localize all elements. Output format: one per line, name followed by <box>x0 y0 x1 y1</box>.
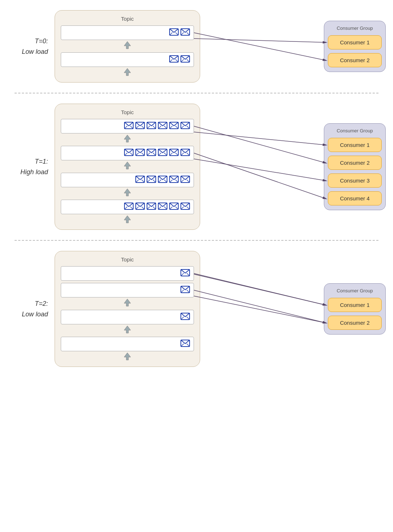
svg-line-2 <box>175 32 178 35</box>
email-icon <box>180 122 190 131</box>
section-label: T=1:High load <box>7 156 55 177</box>
svg-line-19 <box>124 126 127 129</box>
svg-line-20 <box>130 126 133 129</box>
svg-line-26 <box>153 126 156 129</box>
svg-line-89 <box>187 207 190 209</box>
svg-marker-90 <box>124 216 131 223</box>
svg-line-44 <box>147 153 150 156</box>
section-s3: T=2:Low loadTopic Consumer GroupConsumer… <box>0 241 393 377</box>
label-line1: T=0: <box>35 37 48 45</box>
svg-line-77 <box>142 207 144 209</box>
arrow-up-icon <box>123 161 131 171</box>
svg-line-61 <box>153 180 156 183</box>
svg-line-34 <box>181 126 184 129</box>
partition-0 <box>61 266 194 281</box>
svg-line-112 <box>187 344 190 347</box>
svg-line-45 <box>153 153 156 156</box>
partition-2 <box>61 310 194 324</box>
label-line2: Low load <box>22 311 48 318</box>
email-icon <box>180 149 190 157</box>
email-icon <box>147 176 156 184</box>
svg-line-108 <box>187 317 190 320</box>
partition-row-0 <box>61 119 194 145</box>
svg-line-25 <box>147 126 150 129</box>
svg-line-54 <box>187 153 190 156</box>
arrow-up-icon <box>123 215 131 225</box>
svg-line-85 <box>170 207 172 209</box>
svg-line-70 <box>187 180 190 183</box>
svg-line-58 <box>142 180 144 183</box>
partition-row-3 <box>61 337 194 363</box>
email-icon <box>147 122 156 131</box>
partition-row-1 <box>61 146 194 172</box>
svg-marker-36 <box>124 135 131 142</box>
svg-line-74 <box>130 207 133 209</box>
partition-1 <box>61 283 194 297</box>
consumer-box-0: Consumer 1 <box>328 35 382 49</box>
email-icon <box>169 149 179 157</box>
section-label: T=0:Low load <box>7 36 55 57</box>
svg-line-50 <box>170 153 172 156</box>
arrow-up-icon <box>123 41 131 51</box>
svg-line-29 <box>164 126 167 129</box>
email-icon <box>158 203 167 211</box>
svg-line-41 <box>136 153 139 156</box>
partition-0 <box>61 25 194 40</box>
consumer-group-label: Consumer Group <box>328 288 382 293</box>
label-line2: Low load <box>22 48 48 55</box>
svg-marker-105 <box>124 299 131 306</box>
email-icon <box>124 203 134 211</box>
svg-line-63 <box>158 180 161 183</box>
svg-line-53 <box>181 153 184 156</box>
email-icon <box>135 149 145 157</box>
partition-1 <box>61 52 194 67</box>
svg-line-64 <box>164 180 167 183</box>
arrow-up-icon <box>123 298 131 308</box>
partition-row-0 <box>61 266 194 282</box>
svg-line-5 <box>187 32 190 35</box>
consumer-group-box: Consumer GroupConsumer 1Consumer 2 <box>324 283 386 335</box>
consumer-group-box: Consumer GroupConsumer 1Consumer 2 <box>324 21 386 72</box>
svg-line-66 <box>170 180 172 183</box>
connector-gap <box>200 10 324 83</box>
svg-line-9 <box>175 59 178 62</box>
connector-gap <box>200 104 324 230</box>
partition-row-3 <box>61 200 194 226</box>
email-icon <box>169 122 179 131</box>
email-icon <box>180 203 190 211</box>
svg-line-107 <box>181 317 184 320</box>
email-icon <box>180 269 190 278</box>
connector-gap <box>200 251 324 367</box>
label-line2: High load <box>20 168 48 176</box>
label-line1: T=1: <box>35 158 48 165</box>
svg-line-22 <box>136 126 139 129</box>
section-label: T=2:Low load <box>7 299 55 320</box>
consumer-box-1: Consumer 2 <box>328 53 382 67</box>
label-line1: T=2: <box>35 300 48 307</box>
email-icon <box>135 122 145 131</box>
svg-line-67 <box>175 180 178 183</box>
consumer-group-box: Consumer GroupConsumer 1Consumer 2Consum… <box>324 123 386 210</box>
svg-line-82 <box>158 207 161 209</box>
svg-line-73 <box>124 207 127 209</box>
consumer-group-label: Consumer Group <box>328 25 382 31</box>
arrow-up-icon <box>123 325 131 335</box>
consumer-box-0: Consumer 1 <box>328 138 382 152</box>
section-s1: T=0:Low loadTopic Consumer GroupConsumer… <box>0 0 393 93</box>
svg-line-12 <box>187 59 190 62</box>
email-icon <box>180 340 190 348</box>
topic-label: Topic <box>61 256 194 263</box>
arrow-up-icon <box>123 352 131 362</box>
partition-0 <box>61 119 194 133</box>
partition-3 <box>61 337 194 351</box>
topic-label: Topic <box>61 16 194 22</box>
email-icon <box>135 176 145 184</box>
topic-box: Topic <box>55 10 200 83</box>
svg-line-28 <box>158 126 161 129</box>
topic-box: Topic <box>55 251 200 367</box>
svg-line-42 <box>142 153 144 156</box>
consumer-box-2: Consumer 3 <box>328 173 382 188</box>
email-icon <box>124 122 134 131</box>
svg-line-103 <box>181 290 184 293</box>
partition-row-1 <box>61 283 194 309</box>
